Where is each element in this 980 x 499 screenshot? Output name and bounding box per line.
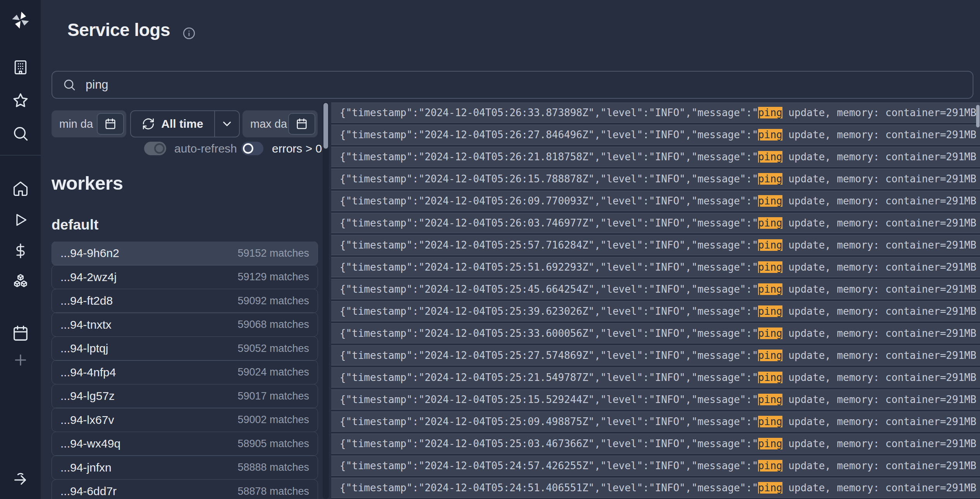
auto-refresh-toggle[interactable] [144,142,166,155]
time-range-button: All time [130,110,240,137]
log-row[interactable]: {"timestamp":"2024-12-04T05:25:45.664254… [331,279,980,299]
search-match-highlight: ping [758,328,782,339]
max-date-placeholder: max da [250,110,287,137]
expand-sidebar-arrow-icon[interactable] [0,470,41,488]
search-match-highlight: ping [758,239,782,251]
worker-name: ...94-6dd7r [60,485,117,498]
log-line-text: {"timestamp":"2024-12-04T05:25:03.467366… [340,438,977,449]
log-line-text: {"timestamp":"2024-12-04T05:25:15.529244… [340,394,977,405]
log-row[interactable]: {"timestamp":"2024-12-04T05:26:21.818758… [331,147,980,167]
time-range-refresh-area[interactable]: All time [131,111,214,137]
sidebar [0,0,41,499]
worker-row[interactable]: ...94-lx67v59002 matches [52,408,318,432]
search-match-highlight: ping [758,173,782,185]
worker-match-count: 59002 matches [237,414,309,426]
max-date-input[interactable]: max da [242,110,318,137]
log-line-text: {"timestamp":"2024-12-04T05:26:33.873898… [340,107,977,118]
chevron-down-icon [220,117,234,130]
time-range-dropdown-button[interactable] [215,111,239,137]
search-match-highlight: ping [758,283,782,295]
resources-boxes-icon[interactable] [0,273,41,290]
log-line-text: {"timestamp":"2024-12-04T05:24:57.426255… [340,460,977,472]
worker-row[interactable]: ...94-2wz4j59129 matches [52,265,318,289]
worker-name: ...94-lptqj [60,342,108,355]
log-row[interactable]: {"timestamp":"2024-12-04T05:26:15.788878… [331,169,980,189]
auto-refresh-label: auto-refresh [174,142,237,155]
worker-name: ...94-2wz4j [60,271,117,284]
worker-match-count: 59068 matches [237,319,309,331]
info-icon[interactable] [182,26,196,40]
min-date-placeholder: min da [59,110,93,137]
log-line-text: {"timestamp":"2024-12-04T05:25:51.692293… [340,261,977,273]
search-input[interactable] [85,77,963,92]
log-row[interactable]: {"timestamp":"2024-12-04T05:25:57.716284… [331,235,980,255]
min-date-input[interactable]: min da [52,110,126,137]
log-row[interactable]: {"timestamp":"2024-12-04T05:26:33.873898… [331,103,980,123]
usage-dollar-icon[interactable] [0,242,41,259]
worker-match-count: 59017 matches [237,390,309,402]
windmill-logo-icon[interactable] [0,10,41,30]
log-scrollbar-track[interactable] [323,102,329,499]
worker-name: ...94-ft2d8 [60,294,113,307]
log-line-text: {"timestamp":"2024-12-04T05:26:09.770093… [340,195,977,207]
log-row[interactable]: {"timestamp":"2024-12-04T05:26:27.846496… [331,125,980,145]
log-row[interactable]: {"timestamp":"2024-12-04T05:26:03.746977… [331,213,980,233]
search-match-highlight: ping [758,151,782,163]
calendar-icon [296,118,308,130]
worker-match-count: 58878 matches [237,485,309,497]
worker-row[interactable]: ...94-wx49q58905 matches [52,432,318,456]
worker-row[interactable]: ...94-ft2d859092 matches [52,289,318,313]
log-row[interactable]: {"timestamp":"2024-12-04T05:25:39.623026… [331,301,980,321]
log-row[interactable]: {"timestamp":"2024-12-04T05:25:15.529244… [331,389,980,410]
search-match-highlight: ping [758,261,782,273]
worker-match-count: 58888 matches [237,461,309,473]
worker-match-count: 59052 matches [237,343,309,355]
add-plus-icon[interactable] [0,352,41,369]
calendar-icon [104,118,117,130]
log-scrollbar-thumb[interactable] [323,103,328,149]
refresh-icon [142,117,155,130]
log-line-text: {"timestamp":"2024-12-04T05:26:21.818758… [340,151,977,163]
max-date-calendar-button[interactable] [288,113,315,135]
window-scrollbar-thumb[interactable] [976,105,980,127]
log-row[interactable]: {"timestamp":"2024-12-04T05:24:57.426255… [331,456,980,476]
worker-row[interactable]: ...94-jnfxn58888 matches [52,455,318,480]
log-row[interactable]: {"timestamp":"2024-12-04T05:24:51.406551… [331,478,980,498]
worker-row[interactable]: ...94-tnxtx59068 matches [52,312,318,337]
home-icon[interactable] [0,180,41,197]
workers-heading: workers [52,172,123,194]
log-line-text: {"timestamp":"2024-12-04T05:25:27.574869… [340,350,977,361]
worker-name: ...94-lg57z [60,389,115,403]
favorites-star-icon[interactable] [0,92,41,110]
runs-play-icon[interactable] [0,211,41,228]
log-line-text: {"timestamp":"2024-12-04T05:24:51.406551… [340,482,977,494]
log-row[interactable]: {"timestamp":"2024-12-04T05:25:03.467366… [331,434,980,454]
log-line-text: {"timestamp":"2024-12-04T05:25:57.716284… [340,239,977,251]
worker-name: ...94-4nfp4 [60,366,116,379]
search-match-highlight: ping [758,350,782,361]
min-date-calendar-button[interactable] [97,113,124,135]
log-row[interactable]: {"timestamp":"2024-12-04T05:25:51.692293… [331,257,980,277]
sidebar-divider [0,155,41,156]
log-row[interactable]: {"timestamp":"2024-12-04T05:25:33.600056… [331,323,980,343]
log-row[interactable]: {"timestamp":"2024-12-04T05:25:27.574869… [331,345,980,365]
worker-row[interactable]: ...94-6dd7r58878 matches [52,479,318,499]
log-row[interactable]: {"timestamp":"2024-12-04T05:25:09.498875… [331,412,980,432]
worker-row[interactable]: ...94-lg57z59017 matches [52,384,318,408]
workspace-building-icon[interactable] [0,59,41,76]
errors-toggle[interactable] [241,142,263,155]
log-row[interactable]: {"timestamp":"2024-12-04T05:26:09.770093… [331,191,980,211]
log-row[interactable]: {"timestamp":"2024-12-04T05:25:21.549787… [331,367,980,388]
worker-row[interactable]: ...94-lptqj59052 matches [52,336,318,361]
search-match-highlight: ping [758,394,782,405]
worker-row[interactable]: ...94-9h6n259152 matches [52,242,318,266]
schedules-calendar-icon[interactable] [0,324,41,342]
search-match-highlight: ping [758,305,782,317]
search-match-highlight: ping [758,482,782,494]
search-match-highlight: ping [758,195,782,207]
log-list: {"timestamp":"2024-12-04T05:26:33.873898… [329,103,980,499]
worker-row[interactable]: ...94-4nfp459024 matches [52,360,318,384]
worker-match-count: 59024 matches [237,366,309,378]
page-title: Service logs [67,19,170,40]
search-icon[interactable] [0,125,41,142]
